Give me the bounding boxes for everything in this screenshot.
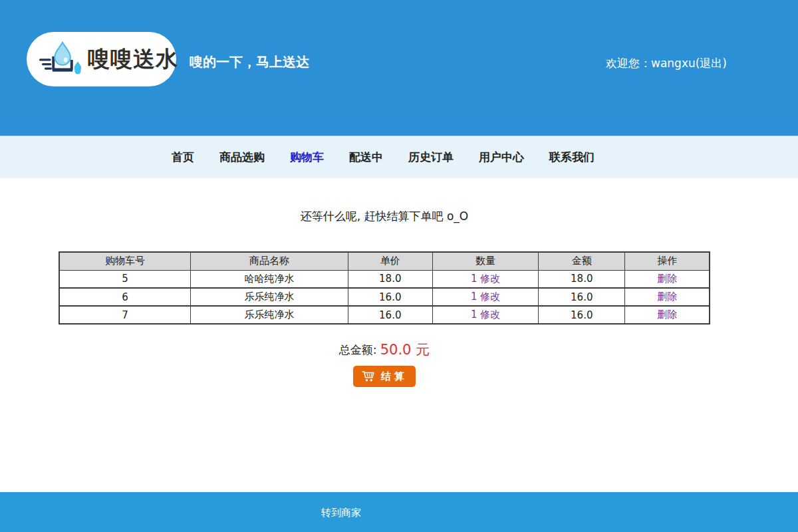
water-delivery-truck-icon (39, 38, 86, 80)
brand-name: 嗖嗖送水 (88, 45, 178, 74)
modify-link[interactable]: 修改 (480, 309, 500, 321)
logo[interactable]: 嗖嗖送水 (27, 32, 176, 86)
welcome-text: 欢迎您：wangxu(退出) (606, 56, 727, 71)
merchant-link[interactable]: 转到商家 (321, 507, 361, 519)
nav-item-delivering[interactable]: 配送中 (349, 150, 383, 165)
table-row: 6 乐乐纯净水 16.0 1 修改 16.0 删除 (59, 288, 710, 306)
cell-product: 乐乐纯净水 (191, 306, 348, 324)
modify-link[interactable]: 修改 (480, 291, 500, 303)
table-header-row: 购物车号 商品名称 单价 数量 金额 操作 (59, 252, 710, 270)
welcome-prefix: 欢迎您： (606, 57, 651, 70)
cell-cart-id: 6 (59, 288, 191, 306)
col-header-actions: 操作 (625, 252, 710, 270)
col-header-qty: 数量 (432, 252, 538, 270)
cell-actions: 删除 (625, 288, 710, 306)
tagline: 嗖的一下，马上送达 (190, 53, 309, 71)
cell-cart-id: 5 (59, 270, 191, 288)
cell-product: 哈哈纯净水 (191, 270, 348, 288)
page-footer: 转到商家 (0, 492, 798, 532)
cell-qty: 1 修改 (432, 306, 538, 324)
nav-item-history-orders[interactable]: 历史订单 (408, 150, 454, 165)
nav-item-contact[interactable]: 联系我们 (549, 150, 595, 165)
cell-price: 18.0 (348, 270, 432, 288)
nav-item-shop[interactable]: 商品选购 (219, 150, 265, 165)
delete-link[interactable]: 删除 (657, 291, 677, 303)
table-row: 5 哈哈纯净水 18.0 1 修改 18.0 删除 (59, 270, 710, 288)
cell-price: 16.0 (348, 288, 432, 306)
username: wangxu (651, 57, 696, 70)
cell-amount: 16.0 (539, 306, 625, 324)
nav-item-user-center[interactable]: 用户中心 (479, 150, 524, 165)
checkout-label: 结算 (381, 370, 408, 383)
col-header-amount: 金额 (539, 252, 625, 270)
delete-link[interactable]: 删除 (657, 309, 677, 321)
col-header-product: 商品名称 (191, 252, 348, 270)
cell-price: 16.0 (348, 306, 432, 324)
cell-qty: 1 修改 (432, 288, 538, 306)
total-line: 总金额: 50.0 元 (59, 340, 710, 358)
modify-link[interactable]: 修改 (480, 273, 500, 285)
main-nav: 首页 商品选购 购物车 配送中 历史订单 用户中心 联系我们 (0, 136, 798, 178)
nav-item-cart[interactable]: 购物车 (290, 150, 324, 165)
cell-qty: 1 修改 (432, 270, 538, 288)
cell-actions: 删除 (625, 270, 710, 288)
cell-amount: 16.0 (539, 288, 625, 306)
qty-value: 1 (471, 291, 477, 303)
cell-actions: 删除 (625, 306, 710, 324)
logout-link[interactable]: (退出) (696, 57, 727, 70)
cell-product: 乐乐纯净水 (191, 288, 348, 306)
page-header: 嗖嗖送水 嗖的一下，马上送达 欢迎您：wangxu(退出) (0, 0, 798, 136)
shopping-cart-icon (361, 369, 376, 384)
qty-value: 1 (471, 309, 477, 321)
cell-amount: 18.0 (539, 270, 625, 288)
qty-value: 1 (471, 273, 477, 285)
cart-table: 购物车号 商品名称 单价 数量 金额 操作 5 哈哈纯净水 18.0 1 修改 … (59, 251, 710, 325)
col-header-cart-id: 购物车号 (59, 252, 191, 270)
nav-item-home[interactable]: 首页 (172, 150, 194, 165)
main-content: 还等什么呢, 赶快结算下单吧 o_O 购物车号 商品名称 单价 数量 金额 操作… (0, 178, 798, 387)
table-row: 7 乐乐纯净水 16.0 1 修改 16.0 删除 (59, 306, 710, 324)
delete-link[interactable]: 删除 (657, 273, 677, 285)
checkout-button[interactable]: 结算 (353, 366, 416, 387)
total-value: 50.0 元 (380, 342, 430, 358)
cart-message: 还等什么呢, 赶快结算下单吧 o_O (59, 209, 710, 222)
total-label: 总金额: (339, 343, 377, 356)
col-header-price: 单价 (348, 252, 432, 270)
cell-cart-id: 7 (59, 306, 191, 324)
